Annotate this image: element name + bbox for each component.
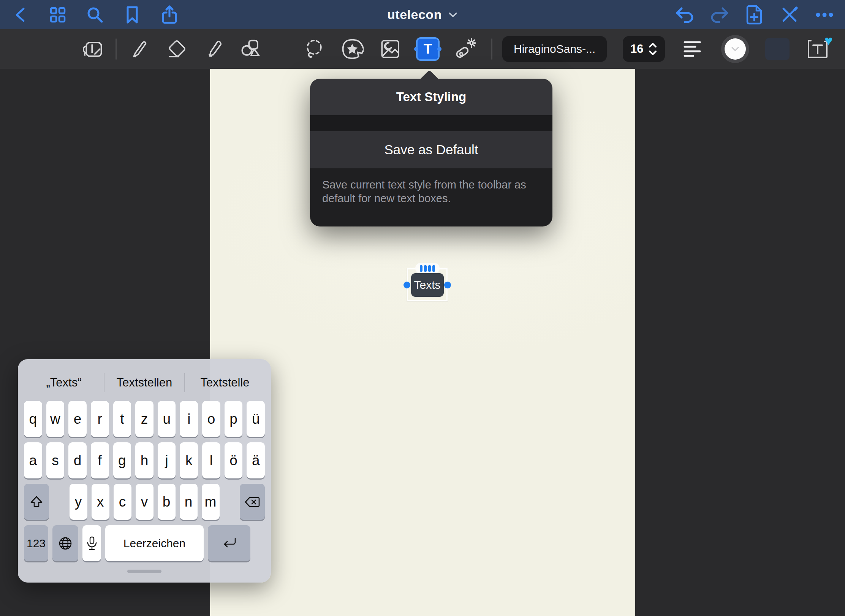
drag-handle-bar xyxy=(428,265,431,272)
shapes-tool[interactable] xyxy=(238,37,263,61)
add-page-button[interactable] xyxy=(745,5,764,25)
title-chevron-down-icon[interactable] xyxy=(448,11,458,18)
image-tool[interactable] xyxy=(378,37,402,61)
swatch-chevron-down-icon xyxy=(731,46,739,52)
resize-handle-right[interactable] xyxy=(444,282,451,288)
pen-tools-group xyxy=(127,37,263,61)
font-size-stepper[interactable]: 16 xyxy=(623,36,665,62)
bookmark-icon xyxy=(125,6,140,24)
key-z[interactable]: z xyxy=(135,401,153,437)
bookmark-button[interactable] xyxy=(122,5,142,25)
key-a[interactable]: a xyxy=(24,442,42,478)
text-tool-active[interactable]: T xyxy=(416,37,440,61)
key-l[interactable]: l xyxy=(202,442,220,478)
keyboard-row-2: asdfghjklöä xyxy=(24,442,265,478)
key-b[interactable]: b xyxy=(158,484,176,520)
undo-icon xyxy=(675,6,695,24)
suggestion-texts[interactable]: „Texts“ xyxy=(24,373,104,392)
undo-button[interactable] xyxy=(675,5,695,25)
image-icon xyxy=(379,38,401,60)
document-view-icon xyxy=(82,38,105,60)
thumbnails-button[interactable] xyxy=(48,5,68,25)
key-10[interactable]: ä xyxy=(247,442,265,478)
key-x[interactable]: x xyxy=(92,484,109,520)
key-n[interactable]: n xyxy=(180,484,198,520)
favorite-text-style-button[interactable]: ♥ xyxy=(805,37,830,61)
grid-icon xyxy=(49,6,66,24)
back-button[interactable] xyxy=(11,5,30,25)
font-size-value: 16 xyxy=(630,42,643,56)
text-color-swatch xyxy=(725,38,746,60)
globe-icon xyxy=(58,536,73,551)
add-page-icon xyxy=(746,5,763,25)
space-key[interactable]: Leerzeichen xyxy=(105,525,204,561)
key-s[interactable]: s xyxy=(46,442,65,478)
drag-handle-bar xyxy=(432,265,435,272)
key-j[interactable]: j xyxy=(158,442,176,478)
key-d[interactable]: d xyxy=(68,442,87,478)
selected-text-object[interactable]: Texts xyxy=(407,268,448,301)
popover-header: Text Styling xyxy=(310,79,552,115)
resize-handle-left[interactable] xyxy=(404,282,410,288)
pen-tool[interactable] xyxy=(127,37,151,61)
numbers-key[interactable]: 123 xyxy=(24,525,48,561)
shapes-icon xyxy=(239,38,262,60)
share-icon xyxy=(161,5,178,25)
key-10[interactable]: ü xyxy=(247,401,265,437)
font-family-button[interactable]: HiraginoSans-... xyxy=(502,36,607,62)
save-as-default-label: Save as Default xyxy=(384,142,478,157)
globe-key[interactable] xyxy=(52,525,78,561)
suggestion-textstelle[interactable]: Textstelle xyxy=(184,373,265,392)
key-q[interactable]: q xyxy=(24,401,42,437)
document-title[interactable]: utelecon xyxy=(387,7,442,22)
keyboard-grabber[interactable] xyxy=(127,570,161,573)
eraser-tool[interactable] xyxy=(164,37,188,61)
key-i[interactable]: i xyxy=(180,401,198,437)
key-k[interactable]: k xyxy=(180,442,198,478)
object-tools-group: T xyxy=(302,37,478,61)
return-key[interactable] xyxy=(208,525,250,561)
key-o[interactable]: o xyxy=(202,401,220,437)
key-e[interactable]: e xyxy=(68,401,87,437)
key-v[interactable]: v xyxy=(136,484,153,520)
popover-title: Text Styling xyxy=(396,90,467,104)
key-h[interactable]: h xyxy=(135,442,153,478)
key-w[interactable]: w xyxy=(46,401,65,437)
canvas-area: Text Styling Save as Default Save curren… xyxy=(0,69,845,616)
key-t[interactable]: t xyxy=(113,401,131,437)
key-m[interactable]: m xyxy=(202,484,220,520)
key-f[interactable]: f xyxy=(91,442,109,478)
stickers-tool[interactable] xyxy=(340,37,364,61)
back-icon xyxy=(17,9,24,21)
text-color-button[interactable] xyxy=(721,35,749,63)
readonly-mode-button[interactable] xyxy=(780,5,799,25)
key-9[interactable]: ö xyxy=(225,442,243,478)
highlighter-tool[interactable] xyxy=(201,37,225,61)
save-as-default-button[interactable]: Save as Default xyxy=(310,131,552,168)
mic-icon xyxy=(87,536,97,551)
shift-key[interactable] xyxy=(24,484,49,520)
text-align-button[interactable] xyxy=(681,37,705,61)
lasso-tool[interactable] xyxy=(302,37,326,61)
more-options-button[interactable] xyxy=(815,5,834,25)
dictation-key[interactable] xyxy=(82,525,101,561)
laser-pointer-tool[interactable] xyxy=(453,37,478,61)
share-button[interactable] xyxy=(160,5,179,25)
key-y[interactable]: y xyxy=(70,484,87,520)
text-object-drag-handle[interactable] xyxy=(415,263,440,274)
redo-button[interactable] xyxy=(710,5,729,25)
nav-right-group xyxy=(675,5,834,25)
backspace-key[interactable] xyxy=(240,484,265,520)
key-g[interactable]: g xyxy=(113,442,131,478)
suggestion-textstellen[interactable]: Textstellen xyxy=(104,373,184,392)
favorite-tool-slot[interactable] xyxy=(765,38,790,60)
key-r[interactable]: r xyxy=(91,401,109,437)
text-tool-right-knob xyxy=(437,47,441,51)
popover-separator-band xyxy=(310,115,552,131)
key-p[interactable]: p xyxy=(225,401,243,437)
search-button[interactable] xyxy=(85,5,105,25)
text-object-content[interactable]: Texts xyxy=(411,273,444,297)
key-u[interactable]: u xyxy=(158,401,176,437)
key-c[interactable]: c xyxy=(114,484,131,520)
document-view-button[interactable] xyxy=(81,37,106,61)
